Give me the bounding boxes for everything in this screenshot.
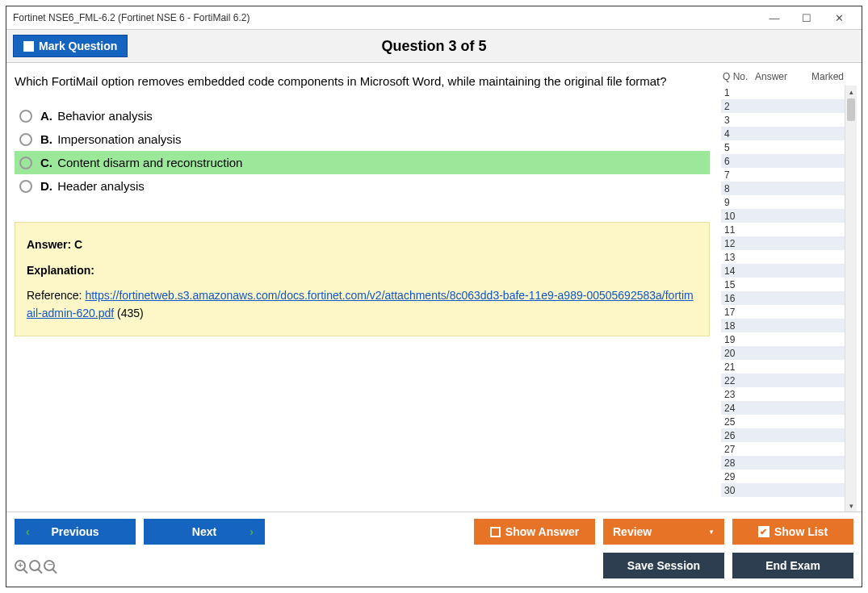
question-row[interactable]: 14 <box>721 264 857 278</box>
question-row[interactable]: 20 <box>721 346 857 360</box>
footer: ‹ Previous Next › Show Answer Review ▼ ✔… <box>6 512 862 587</box>
show-answer-button[interactable]: Show Answer <box>474 519 595 545</box>
next-label: Next <box>192 525 216 538</box>
previous-button[interactable]: ‹ Previous <box>15 519 136 545</box>
zoom-reset-icon[interactable] <box>29 560 40 571</box>
header-bar: Mark Question Question 3 of 5 <box>6 29 862 63</box>
option-c[interactable]: C. Content disarm and reconstruction <box>15 151 710 174</box>
question-row[interactable]: 24 <box>721 401 857 415</box>
question-text: Which FortiMail option removes embedded … <box>15 74 710 88</box>
radio-icon <box>19 110 32 123</box>
question-row[interactable]: 21 <box>721 360 857 374</box>
end-exam-button[interactable]: End Exam <box>732 553 853 578</box>
option-text: D. Header analysis <box>40 179 145 193</box>
question-row[interactable]: 22 <box>721 374 857 387</box>
option-d[interactable]: D. Header analysis <box>15 174 710 198</box>
radio-icon <box>19 133 32 146</box>
question-row[interactable]: 23 <box>721 387 857 401</box>
scroll-down-button[interactable]: ▾ <box>845 499 857 512</box>
question-row[interactable]: 25 <box>721 415 857 428</box>
reference-line: Reference: https://fortinetweb.s3.amazon… <box>27 286 698 323</box>
save-session-label: Save Session <box>627 559 700 572</box>
previous-label: Previous <box>51 525 99 538</box>
scroll-up-button[interactable]: ▴ <box>845 86 857 98</box>
question-row[interactable]: 9 <box>721 195 857 209</box>
question-row[interactable]: 8 <box>721 182 857 195</box>
col-marked: Marked <box>803 71 857 82</box>
checkbox-icon <box>490 527 501 537</box>
question-row[interactable]: 10 <box>721 209 857 223</box>
checkbox-icon <box>23 41 34 52</box>
question-row[interactable]: 2 <box>721 99 857 113</box>
mark-question-label: Mark Question <box>39 40 117 52</box>
question-row[interactable]: 7 <box>721 168 857 182</box>
sidebar: Q No. Answer Marked 12345678910111213141… <box>718 63 862 512</box>
main-panel: Which FortiMail option removes embedded … <box>6 63 718 512</box>
question-row[interactable]: 30 <box>721 483 857 497</box>
chevron-left-icon: ‹ <box>26 525 30 538</box>
next-button[interactable]: Next › <box>144 519 265 545</box>
scrollbar[interactable]: ▴ ▾ <box>845 86 857 512</box>
reference-prefix: Reference: <box>27 289 85 302</box>
radio-icon <box>19 180 32 193</box>
question-row[interactable]: 5 <box>721 140 857 154</box>
show-answer-label: Show Answer <box>505 525 579 538</box>
app-window: Fortinet NSE6_FML-6.2 (Fortinet NSE 6 - … <box>6 6 862 587</box>
question-row[interactable]: 26 <box>721 428 857 442</box>
question-row[interactable]: 11 <box>721 223 857 236</box>
mark-question-button[interactable]: Mark Question <box>13 35 128 57</box>
option-b[interactable]: B. Impersonation analysis <box>15 127 710 151</box>
show-list-button[interactable]: ✔ Show List <box>732 519 853 545</box>
titlebar: Fortinet NSE6_FML-6.2 (Fortinet NSE 6 - … <box>6 6 862 29</box>
question-row[interactable]: 18 <box>721 319 857 332</box>
chevron-down-icon: ▼ <box>708 528 715 536</box>
review-button[interactable]: Review ▼ <box>603 519 724 545</box>
question-row[interactable]: 29 <box>721 470 857 483</box>
review-label: Review <box>613 525 652 538</box>
col-qno: Q No. <box>723 71 755 82</box>
answer-label: Answer: C <box>27 236 698 253</box>
chevron-right-icon: › <box>249 525 254 538</box>
minimize-button[interactable]: — <box>758 9 790 27</box>
question-counter: Question 3 of 5 <box>381 38 486 55</box>
zoom-in-icon[interactable] <box>15 560 26 571</box>
question-list[interactable]: 1234567891011121314151617181920212223242… <box>721 86 857 512</box>
question-row[interactable]: 17 <box>721 305 857 319</box>
options-list: A. Behavior analysisB. Impersonation ana… <box>15 104 710 198</box>
body: Which FortiMail option removes embedded … <box>6 63 862 512</box>
col-answer: Answer <box>755 71 803 82</box>
zoom-out-icon[interactable] <box>44 560 55 571</box>
question-row[interactable]: 3 <box>721 113 857 127</box>
footer-row-1: ‹ Previous Next › Show Answer Review ▼ ✔… <box>15 519 853 545</box>
question-row[interactable]: 28 <box>721 456 857 470</box>
close-button[interactable]: ✕ <box>823 9 855 27</box>
radio-icon <box>19 157 32 169</box>
option-text: A. Behavior analysis <box>40 109 153 123</box>
scroll-thumb[interactable] <box>847 98 855 121</box>
option-text: B. Impersonation analysis <box>40 132 182 146</box>
maximize-button[interactable]: ☐ <box>790 9 823 27</box>
save-session-button[interactable]: Save Session <box>603 553 724 578</box>
question-row[interactable]: 15 <box>721 278 857 291</box>
show-list-label: Show List <box>774 525 828 538</box>
option-a[interactable]: A. Behavior analysis <box>15 104 710 127</box>
reference-suffix: (435) <box>114 307 144 319</box>
question-row[interactable]: 16 <box>721 291 857 305</box>
answer-box: Answer: C Explanation: Reference: https:… <box>15 222 710 336</box>
zoom-controls <box>15 560 55 571</box>
question-row[interactable]: 12 <box>721 236 857 250</box>
footer-row-2: Save Session End Exam <box>15 553 853 578</box>
question-row[interactable]: 27 <box>721 442 857 456</box>
sidebar-header: Q No. Answer Marked <box>721 69 857 86</box>
window-title: Fortinet NSE6_FML-6.2 (Fortinet NSE 6 - … <box>13 12 249 23</box>
end-exam-label: End Exam <box>765 559 820 572</box>
question-row[interactable]: 4 <box>721 127 857 140</box>
option-text: C. Content disarm and reconstruction <box>40 156 242 169</box>
question-row[interactable]: 1 <box>721 86 857 99</box>
question-row[interactable]: 19 <box>721 332 857 346</box>
question-row[interactable]: 6 <box>721 154 857 168</box>
check-icon: ✔ <box>758 526 769 537</box>
explanation-label: Explanation: <box>27 261 698 279</box>
question-row[interactable]: 13 <box>721 250 857 264</box>
